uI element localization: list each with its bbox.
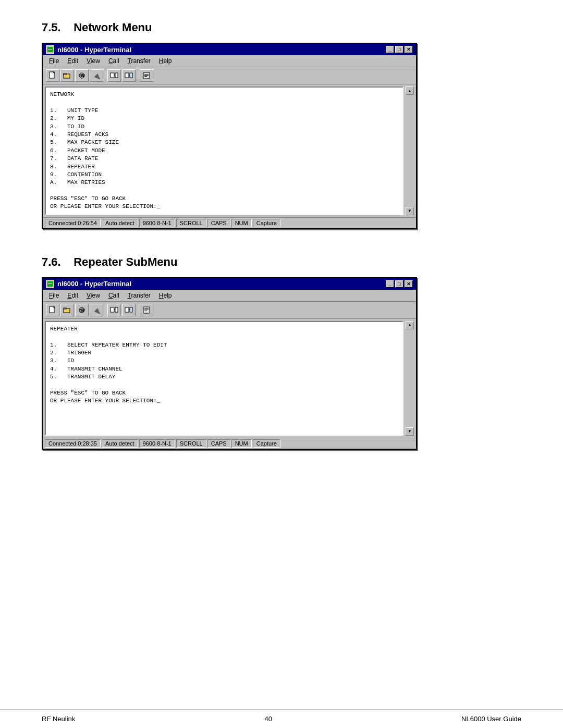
- content-area-2: REPEATER 1. SELECT REPEATER ENTRY TO EDI…: [43, 319, 416, 438]
- menu-edit-1[interactable]: Edit: [63, 56, 82, 66]
- terminal-line-2-9: PRESS "ESC" TO GO BACK: [50, 389, 398, 397]
- status-num-1: NUM: [231, 219, 252, 227]
- section-heading-1: 7.5. Network Menu: [42, 21, 521, 34]
- terminal-line-1-13: [50, 187, 398, 195]
- status-caps-1: CAPS: [207, 219, 230, 227]
- terminal-line-2-6: 4. TRANSMIT CHANNEL: [50, 365, 398, 373]
- scrollbar-2[interactable]: ▲ ▼: [406, 321, 414, 436]
- svg-rect-36: [144, 310, 149, 310]
- titlebar-left-1: nl6000 - HyperTerminal: [46, 45, 131, 54]
- toolbar-receive-1[interactable]: [122, 69, 136, 82]
- toolbar-open-2[interactable]: [60, 304, 74, 316]
- scroll-up-1[interactable]: ▲: [406, 87, 414, 95]
- terminal-line-1-9: 7. DATA RATE: [50, 155, 398, 163]
- svg-text:🔌: 🔌: [93, 72, 101, 80]
- terminal-line-1-1: NETWORK: [50, 91, 398, 98]
- svg-text:☎: ☎: [80, 308, 85, 313]
- terminal-line-1-11: 9. CONTENTION: [50, 171, 398, 179]
- status-detect-2: Auto detect: [102, 439, 138, 448]
- menu-view-1[interactable]: View: [82, 56, 104, 66]
- menu-transfer-1[interactable]: Transfer: [124, 56, 155, 66]
- titlebar-controls-2[interactable]: _ □ ✕: [386, 280, 413, 288]
- toolbar-disconnect-1[interactable]: 🔌: [90, 69, 103, 82]
- svg-rect-10: [115, 73, 118, 78]
- terminal-line-1-14: PRESS "ESC" TO GO BACK: [50, 195, 398, 203]
- scroll-up-2[interactable]: ▲: [406, 321, 414, 329]
- menu-call-2[interactable]: Call: [104, 291, 124, 300]
- status-caps-2: CAPS: [207, 439, 230, 448]
- status-detect-1: Auto detect: [102, 219, 138, 227]
- window-title-1: nl6000 - HyperTerminal: [57, 46, 131, 54]
- svg-text:🔌: 🔌: [93, 306, 101, 314]
- minimize-button-2[interactable]: _: [386, 280, 394, 288]
- toolbar-connect-2[interactable]: ☎: [75, 304, 89, 316]
- maximize-button-1[interactable]: □: [395, 46, 403, 53]
- scroll-track-1[interactable]: [406, 95, 414, 207]
- menu-help-2[interactable]: Help: [155, 291, 176, 300]
- section-repeater-submenu: 7.6. Repeater SubMenu nl6000 - HyperTerm…: [42, 255, 521, 450]
- toolbar-connect-1[interactable]: ☎: [75, 69, 89, 82]
- window-title-2: nl6000 - HyperTerminal: [57, 280, 131, 288]
- svg-text:☎: ☎: [80, 73, 85, 78]
- terminal-line-2-1: REPEATER: [50, 325, 398, 333]
- terminal-line-1-2: [50, 98, 398, 106]
- app-icon-2: [46, 280, 54, 288]
- svg-rect-20: [48, 283, 52, 284]
- svg-rect-17: [144, 75, 149, 76]
- terminal-1[interactable]: NETWORK 1. UNIT TYPE 2. MY ID 3. TO ID 4…: [45, 87, 403, 215]
- terminal-line-2-8: [50, 381, 398, 389]
- toolbar-open-1[interactable]: [60, 69, 74, 82]
- status-scroll-2: SCROLL: [176, 439, 206, 448]
- toolbar-receive-2[interactable]: [122, 304, 136, 316]
- svg-rect-1: [48, 49, 52, 50]
- toolbar-disconnect-2[interactable]: 🔌: [90, 304, 103, 316]
- hyperterminal-window-2: nl6000 - HyperTerminal _ □ ✕ File Edit V…: [42, 277, 417, 450]
- footer-right: NL6000 User Guide: [461, 715, 521, 723]
- terminal-line-1-12: A. MAX RETRIES: [50, 179, 398, 187]
- svg-rect-37: [144, 311, 147, 311]
- svg-rect-16: [144, 74, 149, 75]
- menu-file-2[interactable]: File: [45, 291, 63, 300]
- minimize-button-1[interactable]: _: [386, 46, 394, 53]
- svg-rect-35: [144, 309, 149, 309]
- scroll-down-1[interactable]: ▼: [406, 207, 414, 215]
- titlebar-2: nl6000 - HyperTerminal _ □ ✕: [43, 278, 416, 290]
- statusbar-1: Connected 0:26:54 Auto detect 9600 8-N-1…: [43, 217, 416, 228]
- terminal-line-1-15: OR PLEASE ENTER YOUR SELECTION:_: [50, 203, 398, 211]
- menu-help-1[interactable]: Help: [155, 56, 176, 66]
- menu-file-1[interactable]: File: [45, 56, 63, 66]
- toolbar-send-1[interactable]: [107, 69, 121, 82]
- scroll-down-2[interactable]: ▼: [406, 427, 414, 436]
- menu-transfer-2[interactable]: Transfer: [124, 291, 155, 300]
- menu-call-1[interactable]: Call: [104, 56, 124, 66]
- terminal-line-1-6: 4. REQUEST ACKS: [50, 131, 398, 139]
- menu-view-2[interactable]: View: [82, 291, 104, 300]
- toolbar-new-2[interactable]: [46, 304, 59, 316]
- footer-left: RF Neulink: [42, 715, 75, 723]
- terminal-line-1-5: 3. TO ID: [50, 123, 398, 131]
- toolbar-properties-1[interactable]: [140, 69, 153, 82]
- menu-edit-2[interactable]: Edit: [63, 291, 82, 300]
- titlebar-left-2: nl6000 - HyperTerminal: [46, 280, 131, 288]
- menubar-2: File Edit View Call Transfer Help: [43, 290, 416, 302]
- svg-rect-5: [64, 73, 66, 75]
- terminal-line-2-2: [50, 333, 398, 341]
- toolbar-2: ☎ 🔌: [43, 302, 416, 319]
- terminal-2[interactable]: REPEATER 1. SELECT REPEATER ENTRY TO EDI…: [45, 321, 403, 436]
- scrollbar-1[interactable]: ▲ ▼: [406, 87, 414, 215]
- titlebar-controls-1[interactable]: _ □ ✕: [386, 46, 413, 53]
- status-connected-2: Connected 0:28:35: [45, 439, 101, 448]
- toolbar-send-2[interactable]: [107, 304, 121, 316]
- toolbar-new-1[interactable]: [46, 69, 59, 82]
- svg-rect-28: [111, 307, 114, 312]
- scroll-track-2[interactable]: [406, 329, 414, 427]
- terminal-line-2-5: 3. ID: [50, 357, 398, 365]
- toolbar-properties-2[interactable]: [140, 304, 153, 316]
- close-button-2[interactable]: ✕: [405, 280, 413, 288]
- status-connected-1: Connected 0:26:54: [45, 219, 101, 227]
- close-button-1[interactable]: ✕: [405, 46, 413, 53]
- footer: RF Neulink 40 NL6000 User Guide: [0, 709, 563, 728]
- terminal-line-2-7: 5. TRANSMIT DELAY: [50, 373, 398, 381]
- maximize-button-2[interactable]: □: [395, 280, 403, 288]
- footer-center: 40: [264, 715, 272, 723]
